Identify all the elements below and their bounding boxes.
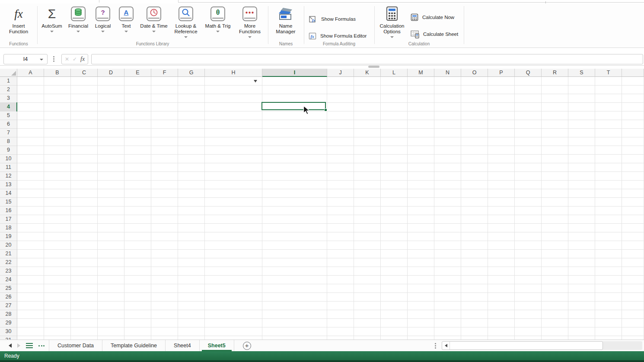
sheet-tab-template-guideline[interactable]: Template Guideline (102, 340, 165, 351)
select-all-corner[interactable] (0, 69, 17, 77)
sheet-tab-sheet4[interactable]: Sheet4 (165, 340, 199, 351)
filter-dropdown-icon[interactable] (254, 80, 257, 83)
row-header-4[interactable]: 4 (0, 103, 17, 111)
grid-column-K[interactable] (354, 77, 381, 340)
grid-column-P[interactable] (488, 77, 515, 340)
calculate-sheet-button[interactable]: Calculate Sheet (411, 29, 458, 39)
lookup-reference-button[interactable]: Lookup & Reference (170, 5, 201, 38)
grid-column-G[interactable] (178, 77, 205, 340)
row-header-21[interactable]: 21 (0, 250, 17, 258)
hscroll-left-button[interactable] (442, 342, 450, 349)
text-button[interactable]: A Text (114, 5, 138, 32)
row-header-16[interactable]: 16 (0, 206, 17, 215)
column-header-H[interactable]: H (205, 69, 262, 77)
column-header-A[interactable]: A (17, 69, 44, 77)
fill-handle[interactable] (324, 108, 327, 111)
column-header-P[interactable]: P (488, 69, 515, 77)
more-functions-button[interactable]: ●●● More Functions (235, 5, 265, 38)
insert-function-button[interactable]: fx Insert Function (3, 5, 34, 35)
sheet-tab-customer-data[interactable]: Customer Data (49, 340, 102, 351)
row-header-26[interactable]: 26 (0, 293, 17, 302)
grid-column-R[interactable] (542, 77, 568, 340)
row-header-30[interactable]: 30 (0, 327, 17, 336)
row-header-15[interactable]: 15 (0, 198, 17, 206)
grid-column-E[interactable] (124, 77, 151, 340)
column-header-L[interactable]: L (381, 69, 408, 77)
formula-bar-drag-handle-icon[interactable] (53, 56, 54, 62)
column-header-N[interactable]: N (434, 69, 461, 77)
column-header-O[interactable]: O (461, 69, 488, 77)
row-header-3[interactable]: 3 (0, 94, 17, 103)
grid-column-S[interactable] (568, 77, 595, 340)
column-header-Q[interactable]: Q (515, 69, 542, 77)
show-formula-editor-button[interactable]: fx Show Formula Editor (309, 31, 367, 41)
scrollbar-drag-handle-icon[interactable] (435, 343, 436, 349)
row-header-13[interactable]: 13 (0, 181, 17, 189)
spreadsheet-grid[interactable]: 1234567891011121314151617181920212223242… (0, 77, 644, 340)
column-header-J[interactable]: J (327, 69, 354, 77)
column-header-C[interactable]: C (71, 69, 98, 77)
calculation-options-button[interactable]: Calculation Options (377, 5, 407, 38)
row-header-17[interactable]: 17 (0, 215, 17, 224)
grid-column-B[interactable] (44, 77, 71, 340)
row-header-9[interactable]: 9 (0, 146, 17, 155)
math-trig-button[interactable]: θ Math & Trig (200, 5, 236, 32)
row-header-24[interactable]: 24 (0, 276, 17, 284)
row-header-10[interactable]: 10 (0, 155, 17, 163)
grid-column-M[interactable] (408, 77, 434, 340)
row-header-18[interactable]: 18 (0, 224, 17, 232)
row-header-22[interactable]: 22 (0, 258, 17, 267)
grid-column-I[interactable] (262, 77, 327, 340)
confirm-icon[interactable]: ✓ (73, 56, 77, 62)
prev-sheet-icon[interactable] (9, 343, 12, 348)
column-header-partial[interactable] (622, 69, 644, 77)
column-header-G[interactable]: G (178, 69, 205, 77)
row-header-2[interactable]: 2 (0, 86, 17, 94)
sheet-menu-icon[interactable] (26, 343, 33, 349)
horizontal-scrollbar-thumb[interactable] (442, 341, 603, 350)
column-header-S[interactable]: S (568, 69, 595, 77)
row-header-23[interactable]: 23 (0, 267, 17, 276)
grid-column-A[interactable] (17, 77, 44, 340)
row-header-1[interactable]: 1 (0, 77, 17, 86)
grid-column-L[interactable] (381, 77, 408, 340)
grid-column-Q[interactable] (515, 77, 542, 340)
show-formulas-button[interactable]: fx Show Formulas (309, 14, 356, 24)
formula-input[interactable] (91, 54, 643, 64)
column-header-D[interactable]: D (98, 69, 124, 77)
row-header-6[interactable]: 6 (0, 120, 17, 129)
name-box[interactable]: I4 (3, 54, 48, 64)
row-header-14[interactable]: 14 (0, 189, 17, 198)
row-header-12[interactable]: 12 (0, 172, 17, 181)
grid-column-N[interactable] (434, 77, 461, 340)
column-header-E[interactable]: E (124, 69, 151, 77)
cancel-icon[interactable]: ✕ (65, 56, 69, 62)
sheet-overflow-icon[interactable] (38, 345, 45, 346)
column-header-I[interactable]: I (262, 69, 327, 77)
sheet-tab-sheet5[interactable]: Sheet5 (199, 340, 234, 351)
insert-function-fx-icon[interactable]: fx (80, 56, 85, 63)
selected-cell-I4[interactable] (261, 102, 326, 110)
row-header-8[interactable]: 8 (0, 137, 17, 146)
grid-column-J[interactable] (327, 77, 354, 340)
row-header-5[interactable]: 5 (0, 111, 17, 120)
column-header-R[interactable]: R (542, 69, 568, 77)
column-header-F[interactable]: F (151, 69, 178, 77)
grid-column-O[interactable] (461, 77, 488, 340)
grid-column-C[interactable] (71, 77, 98, 340)
row-header-7[interactable]: 7 (0, 129, 17, 137)
grid-column-F[interactable] (151, 77, 178, 340)
row-header-29[interactable]: 29 (0, 319, 17, 327)
row-header-25[interactable]: 25 (0, 284, 17, 293)
next-sheet-icon[interactable] (17, 343, 20, 348)
column-header-T[interactable]: T (595, 69, 622, 77)
column-header-B[interactable]: B (44, 69, 71, 77)
grid-column-D[interactable] (98, 77, 124, 340)
grid-column-T[interactable] (595, 77, 622, 340)
logical-button[interactable]: ? Logical (90, 5, 116, 32)
row-header-11[interactable]: 11 (0, 163, 17, 172)
autosum-button[interactable]: Σ AutoSum (38, 5, 66, 32)
add-sheet-button[interactable]: + (243, 342, 251, 350)
row-header-28[interactable]: 28 (0, 310, 17, 319)
column-header-K[interactable]: K (354, 69, 381, 77)
